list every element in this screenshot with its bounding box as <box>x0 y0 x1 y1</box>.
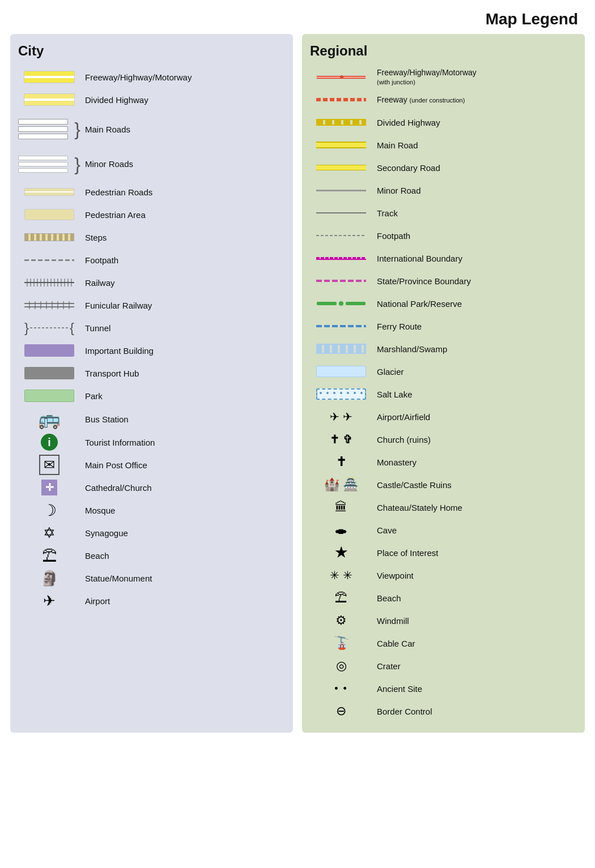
list-item: ⛱ Beach <box>18 545 285 566</box>
church-icon: ✛ <box>41 480 57 495</box>
list-item: ✉ Main Post Office <box>18 455 285 475</box>
list-item: Freeway/Highway/Motorway(with junction) <box>310 67 577 87</box>
airport-icon: ✈ <box>43 592 56 610</box>
list-item: ★ Place of Interest <box>310 542 577 563</box>
list-item: Divided Highway <box>18 89 285 110</box>
list-item: Freeway/Highway/Motorway <box>18 67 285 87</box>
info-icon: i <box>41 434 58 451</box>
list-item: ⚙ Windmill <box>310 610 577 631</box>
city-heading: City <box>18 43 285 59</box>
list-item: National Park/Reserve <box>310 293 577 314</box>
list-item: { { Tunnel <box>18 318 285 338</box>
list-item: Important Building <box>18 340 285 361</box>
beach-icon: ⛱ <box>42 547 57 565</box>
synagogue-icon: ✡ <box>43 524 56 542</box>
list-item: Salt Lake <box>310 384 577 404</box>
list-item: ✈ ✈ Airport/Airfield <box>310 407 577 427</box>
list-item: International Boundary <box>310 248 577 268</box>
list-item: Track <box>310 203 577 223</box>
windmill-icon: ⚙ <box>335 613 347 628</box>
list-item: Funicular Railway <box>18 295 285 315</box>
mosque-icon: ☽ <box>42 501 57 520</box>
chateau-icon: 🏛 <box>335 500 347 515</box>
list-item: Minor Road <box>310 180 577 200</box>
list-item: Footpath <box>310 225 577 246</box>
post-icon: ✉ <box>39 455 60 475</box>
list-item: Marshland/Swamp <box>310 339 577 359</box>
list-item: ✈ Airport <box>18 591 285 611</box>
list-item: Railway <box>18 272 285 293</box>
list-item: ⊖ Border Control <box>310 701 577 721</box>
cave-icon: 🕳 <box>335 523 347 537</box>
bus-icon: 🚌 <box>38 408 61 430</box>
list-item: ◎ Crater <box>310 656 577 676</box>
city-column: City Freeway/Highway/Motorway Divided Hi… <box>10 34 293 733</box>
list-item: Pedestrian Roads <box>18 182 285 202</box>
list-item: Ferry Route <box>310 316 577 336</box>
list-item: ✝ ✞ Church (ruins) <box>310 429 577 450</box>
list-item: 🏰 🏯 Castle/Castle Ruins <box>310 474 577 495</box>
list-item: 🕳 Cave <box>310 520 577 540</box>
list-item: i Tourist Information <box>18 432 285 452</box>
list-item: Pedestrian Area <box>18 204 285 225</box>
cablecar-icon: 🚡 <box>334 636 349 651</box>
list-item: ⛱ Beach <box>310 588 577 608</box>
viewpoint-icon: ✳ ✳ <box>330 568 352 582</box>
border-control-icon: ⊖ <box>336 704 346 719</box>
list-item: 🚌 Bus Station <box>18 408 285 430</box>
monument-icon: 🗿 <box>40 570 58 587</box>
list-item: 🚡 Cable Car <box>310 633 577 653</box>
list-item: State/Province Boundary <box>310 271 577 291</box>
airport-reg-icon: ✈ ✈ <box>330 410 352 424</box>
crater-icon: ◎ <box>336 659 347 673</box>
list-item: Steps <box>18 227 285 247</box>
list-item: Main Road <box>310 135 577 155</box>
list-item: 🏛 Chateau/Stately Home <box>310 497 577 518</box>
list-item: Secondary Road <box>310 157 577 178</box>
list-item: ✛ Cathedral/Church <box>18 477 285 498</box>
list-item: Glacier <box>310 361 577 382</box>
list-item: ✳ ✳ Viewpoint <box>310 565 577 585</box>
list-item: Park <box>18 386 285 406</box>
church-reg-icon: ✝ ✞ <box>330 433 352 446</box>
list-item: Footpath <box>18 250 285 270</box>
list-item: Divided Highway <box>310 112 577 132</box>
beach-reg-icon: ⛱ <box>335 591 347 605</box>
regional-heading: Regional <box>310 43 577 59</box>
list-item: ✡ Synagogue <box>18 523 285 543</box>
monastery-icon: ✝ <box>336 455 346 469</box>
page-title: Map Legend <box>0 0 595 34</box>
list-item: Transport Hub <box>18 363 285 383</box>
list-item: • • Ancient Site <box>310 678 577 699</box>
place-of-interest-icon: ★ <box>335 545 347 561</box>
ancient-site-icon: • • <box>334 683 348 695</box>
list-item: } Main Roads <box>18 112 285 146</box>
list-item: } Minor Roads <box>18 148 285 179</box>
list-item: ☽ Mosque <box>18 500 285 520</box>
regional-column: Regional Freeway/Highway/Motorway(with j… <box>302 34 585 733</box>
list-item: ✝ Monastery <box>310 452 577 472</box>
castle-icon: 🏰 🏯 <box>324 477 358 492</box>
list-item: Freeway (under construction) <box>310 89 577 110</box>
list-item: 🗿 Statue/Monument <box>18 568 285 588</box>
